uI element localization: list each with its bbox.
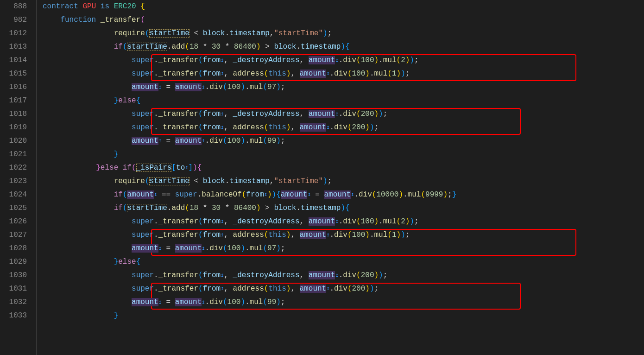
arrow-icon: ↥ <box>264 191 267 198</box>
code-line[interactable]: super._transfer(from↥, address(this), am… <box>43 67 644 81</box>
fold-column <box>33 0 43 355</box>
arrow-icon: ↥ <box>158 245 162 252</box>
arrow-icon: ↥ <box>202 138 205 144</box>
code-editor[interactable]: 888 982 1012 1013 1014 1015 1016 1017 10… <box>0 0 644 355</box>
code-line[interactable]: }else if(_isPairs[to↥]){ <box>43 161 644 175</box>
line-number: 1029 <box>0 255 27 269</box>
arrow-icon: ↥ <box>221 232 224 238</box>
line-number: 1015 <box>0 67 27 81</box>
line-number: 1023 <box>0 175 27 188</box>
arrow-icon: ↥ <box>221 70 224 77</box>
arrow-icon: ↥ <box>335 272 338 279</box>
code-line[interactable]: super._transfer(from↥, address(this), am… <box>43 228 644 242</box>
arrow-icon: ↥ <box>202 245 205 252</box>
arrow-icon: ↥ <box>154 191 157 198</box>
code-line[interactable]: contract GPU is ERC20 { <box>43 0 644 13</box>
code-line[interactable]: } <box>43 148 644 161</box>
code-line[interactable]: amount↥ = amount↥.div(100).mul(97); <box>43 81 644 94</box>
arrow-icon: ↥ <box>335 111 338 117</box>
line-number: 1018 <box>0 108 27 121</box>
arrow-icon: ↥ <box>335 57 338 63</box>
code-line[interactable]: super._transfer(from↥, _destroyAddress, … <box>43 269 644 282</box>
line-number: 1027 <box>0 228 27 242</box>
arrow-icon: ↥ <box>307 191 310 198</box>
line-number: 1017 <box>0 94 27 108</box>
code-line[interactable]: require(startTime < block.timestamp,"sta… <box>43 175 644 188</box>
code-line[interactable]: function _transfer( <box>43 13 644 27</box>
arrow-icon: ↥ <box>158 299 162 305</box>
arrow-icon: ↥ <box>221 57 224 63</box>
code-line[interactable]: amount↥ = amount↥.div(100).mul(97); <box>43 242 644 255</box>
code-line[interactable]: amount↥ = amount↥.div(100).mul(99); <box>43 134 644 148</box>
line-number: 1013 <box>0 40 27 54</box>
arrow-icon: ↥ <box>158 84 162 90</box>
arrow-icon: ↥ <box>221 272 224 279</box>
arrow-icon: ↥ <box>326 232 329 238</box>
code-line[interactable]: super._transfer(from↥, address(this), am… <box>43 121 644 134</box>
arrow-icon: ↥ <box>202 84 205 90</box>
line-number: 1028 <box>0 242 27 255</box>
line-number: 1014 <box>0 54 27 67</box>
line-number: 1031 <box>0 282 27 296</box>
code-line[interactable]: super._transfer(from↥, _destroyAddress, … <box>43 215 644 228</box>
line-number: 1021 <box>0 148 27 161</box>
line-number-gutter: 888 982 1012 1013 1014 1015 1016 1017 10… <box>0 0 33 355</box>
code-line[interactable]: }else{ <box>43 255 644 269</box>
code-line[interactable]: if(startTime.add(18 * 30 * 86400) > bloc… <box>43 202 644 215</box>
arrow-icon: ↥ <box>221 285 224 292</box>
line-number: 982 <box>0 13 27 27</box>
arrow-icon: ↥ <box>221 124 224 131</box>
line-number: 1012 <box>0 27 27 40</box>
code-line[interactable]: super._transfer(from↥, _destroyAddress, … <box>43 54 644 67</box>
line-number: 1025 <box>0 202 27 215</box>
line-number: 1020 <box>0 134 27 148</box>
arrow-icon: ↥ <box>221 218 224 225</box>
code-line[interactable]: super._transfer(from↥, _destroyAddress, … <box>43 108 644 121</box>
code-line[interactable]: if(startTime.add(18 * 30 * 86400) > bloc… <box>43 40 644 54</box>
arrow-icon: ↥ <box>326 124 329 131</box>
code-line[interactable]: if(amount↥ == super.balanceOf(from↥)){am… <box>43 188 644 202</box>
arrow-icon: ↥ <box>326 285 329 292</box>
line-number: 1016 <box>0 81 27 94</box>
arrow-icon: ↥ <box>202 299 205 305</box>
arrow-icon: ↥ <box>185 165 188 171</box>
line-number: 1032 <box>0 296 27 309</box>
code-line[interactable]: amount↥ = amount↥.div(100).mul(99); <box>43 296 644 309</box>
arrow-icon: ↥ <box>335 218 338 225</box>
line-number: 1026 <box>0 215 27 228</box>
line-number: 1024 <box>0 188 27 202</box>
code-line[interactable]: }else{ <box>43 94 644 108</box>
code-line[interactable]: require(startTime < block.timestamp,"sta… <box>43 27 644 40</box>
line-number: 1022 <box>0 161 27 175</box>
line-number: 1030 <box>0 269 27 282</box>
arrow-icon: ↥ <box>326 70 329 77</box>
code-line[interactable]: } <box>43 309 644 323</box>
arrow-icon: ↥ <box>351 191 354 198</box>
line-number: 1033 <box>0 309 27 323</box>
line-number: 888 <box>0 0 27 13</box>
line-number: 1019 <box>0 121 27 134</box>
code-area[interactable]: contract GPU is ERC20 { function _transf… <box>43 0 644 355</box>
arrow-icon: ↥ <box>158 138 162 144</box>
arrow-icon: ↥ <box>221 111 224 117</box>
code-line[interactable]: super._transfer(from↥, address(this), am… <box>43 282 644 296</box>
